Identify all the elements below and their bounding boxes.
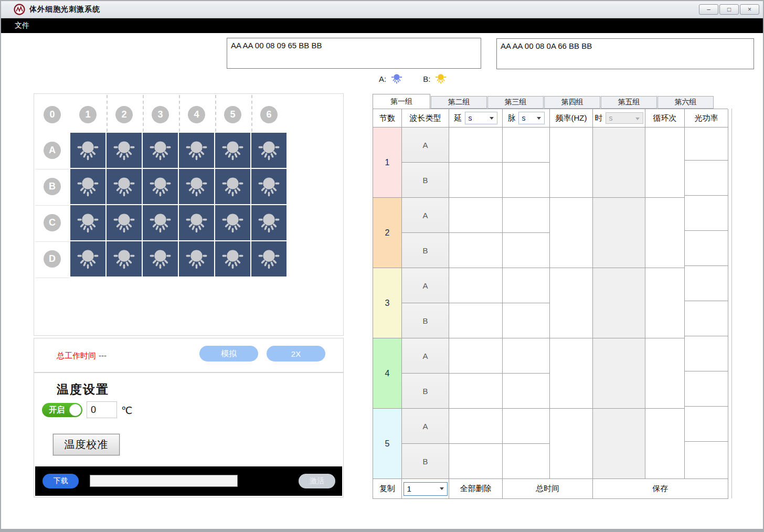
well-cell-b2[interactable] [107, 169, 142, 204]
group-1-cycles-cell[interactable] [645, 127, 685, 198]
group-1-a-delay-cell[interactable] [449, 127, 503, 163]
well-cell-c5[interactable] [215, 205, 250, 240]
bulb-icon [220, 210, 245, 235]
well-cell-a5[interactable] [215, 133, 250, 168]
well-cell-a3[interactable] [143, 133, 178, 168]
plate-col-header-5[interactable]: 5 [224, 106, 241, 123]
well-cell-c1[interactable] [70, 205, 105, 240]
serial-rx-textbox[interactable]: AA AA 00 08 0A 66 BB BB [496, 38, 754, 69]
group-4-frequency-cell[interactable] [550, 338, 593, 409]
plate-col-header-6[interactable]: 6 [260, 106, 278, 123]
group-1-b-pulse-cell[interactable] [503, 163, 550, 198]
group-5-b-delay-cell[interactable] [449, 444, 503, 479]
minimize-button[interactable]: – [699, 4, 718, 15]
group-4-cycles-cell[interactable] [645, 338, 685, 409]
well-cell-a6[interactable] [251, 133, 286, 168]
bulb-icon [257, 138, 281, 163]
group-2-a-delay-cell[interactable] [449, 198, 503, 233]
tab-group-2[interactable]: 第二组 [431, 96, 487, 109]
simulate-button[interactable]: 模拟 [199, 346, 258, 361]
activate-button[interactable]: 激活 [299, 474, 335, 488]
well-cell-d2[interactable] [107, 241, 142, 276]
copy-count-dropdown[interactable]: 1 [404, 482, 448, 496]
group-3-cycles-cell[interactable] [645, 268, 685, 338]
well-cell-a1[interactable] [70, 133, 105, 168]
group-5-frequency-cell[interactable] [550, 409, 593, 479]
tab-group-1[interactable]: 第一组 [373, 94, 430, 109]
well-cell-c2[interactable] [107, 205, 142, 240]
power-column[interactable] [685, 127, 728, 479]
well-cell-a4[interactable] [179, 133, 214, 168]
well-cell-a2[interactable] [107, 133, 142, 168]
well-cell-b1[interactable] [70, 169, 105, 204]
plate-col-header-3[interactable]: 3 [152, 106, 169, 123]
group-2-b-pulse-cell[interactable] [503, 233, 550, 268]
group-3-a-delay-cell[interactable] [449, 268, 503, 303]
group-4-a-delay-cell[interactable] [449, 338, 503, 374]
plate-row-header-b[interactable]: B [44, 178, 61, 195]
group-5-b-pulse-cell[interactable] [503, 444, 550, 479]
group-4-time-cell [593, 338, 645, 409]
plate-row-header-a[interactable]: A [44, 142, 61, 159]
menu-file[interactable]: 文件 [15, 21, 29, 30]
bulb-icon [148, 174, 173, 199]
plate-col-header-2[interactable]: 2 [115, 106, 133, 123]
well-cell-d3[interactable] [143, 241, 178, 276]
well-cell-b5[interactable] [215, 169, 250, 204]
group-5-time-cell [593, 409, 645, 479]
delete-all-button[interactable]: 全部删除 [449, 479, 503, 499]
group-3-a-pulse-cell[interactable] [503, 268, 550, 303]
group-3-b-pulse-cell[interactable] [503, 303, 550, 338]
group-5-cycles-cell[interactable] [645, 409, 685, 479]
group-2-frequency-cell[interactable] [550, 198, 593, 268]
delay-unit-dropdown[interactable]: s [465, 112, 497, 124]
temperature-input[interactable] [87, 401, 117, 418]
well-cell-d1[interactable] [70, 241, 105, 276]
serial-tx-textbox[interactable]: AA AA 00 08 09 65 BB BB [227, 38, 481, 69]
total-time-button[interactable]: 总时间 [503, 479, 593, 499]
plate-row-header-c[interactable]: C [44, 214, 61, 231]
well-cell-c4[interactable] [179, 205, 214, 240]
group-3-b-delay-cell[interactable] [449, 303, 503, 338]
well-cell-b4[interactable] [179, 169, 214, 204]
group-1-frequency-cell[interactable] [550, 127, 593, 198]
tab-group-3[interactable]: 第三组 [487, 96, 544, 109]
group-5-a-pulse-cell[interactable] [503, 409, 550, 444]
group-2-b-delay-cell[interactable] [449, 233, 503, 268]
plate-row-header-d[interactable]: D [44, 250, 61, 268]
group-3-frequency-cell[interactable] [550, 268, 593, 338]
well-cell-c3[interactable] [143, 205, 178, 240]
well-cell-b6[interactable] [251, 169, 286, 204]
download-button[interactable]: 下载 [43, 474, 79, 488]
group-4-a-pulse-cell[interactable] [503, 338, 550, 374]
group-4-b-delay-cell[interactable] [449, 374, 503, 409]
group-1-time-cell [593, 127, 645, 198]
well-cell-b3[interactable] [143, 169, 178, 204]
well-cell-d6[interactable] [251, 241, 286, 276]
plate-col-header-0[interactable]: 0 [44, 106, 61, 123]
speed-2x-button[interactable]: 2X [267, 346, 325, 361]
tab-group-5[interactable]: 第五组 [601, 96, 657, 109]
tab-group-4[interactable]: 第四组 [544, 96, 600, 109]
well-cell-c6[interactable] [251, 205, 286, 240]
temperature-calibrate-button[interactable]: 温度校准 [53, 434, 120, 455]
maximize-button[interactable]: □ [719, 4, 739, 15]
plate-col-header-1[interactable]: 1 [79, 106, 97, 123]
well-cell-d4[interactable] [179, 241, 214, 276]
close-button[interactable]: × [740, 4, 759, 15]
save-button[interactable]: 保存 [593, 479, 728, 499]
group-2-cycles-cell[interactable] [645, 198, 685, 268]
group-1-a-pulse-cell[interactable] [503, 127, 550, 163]
group-1-b-delay-cell[interactable] [449, 163, 503, 198]
group-2-a-pulse-cell[interactable] [503, 198, 550, 233]
plate-col-header-4[interactable]: 4 [188, 106, 205, 123]
copy-button[interactable]: 复制 [373, 479, 402, 499]
well-cell-d5[interactable] [215, 241, 250, 276]
tab-group-6[interactable]: 第六组 [657, 96, 714, 109]
channel-a-label: A: [379, 75, 386, 83]
group-4-b-pulse-cell[interactable] [503, 374, 550, 409]
pulse-unit-dropdown[interactable]: s [518, 112, 545, 124]
group-5-a-delay-cell[interactable] [449, 409, 503, 444]
bulb-icon [257, 174, 281, 199]
temperature-toggle[interactable]: 开启 [42, 403, 82, 417]
